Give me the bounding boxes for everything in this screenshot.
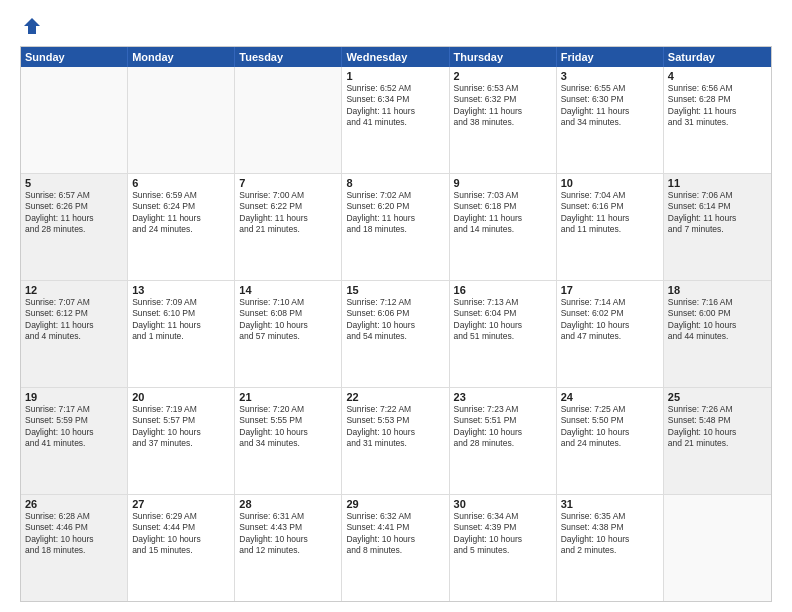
day-number: 23 [454,391,552,403]
calendar-cell-empty [128,67,235,173]
page: SundayMondayTuesdayWednesdayThursdayFrid… [0,0,792,612]
day-number: 22 [346,391,444,403]
cell-info: Sunrise: 6:34 AM Sunset: 4:39 PM Dayligh… [454,511,552,557]
calendar-cell-empty [21,67,128,173]
calendar-row-1: 5Sunrise: 6:57 AM Sunset: 6:26 PM Daylig… [21,173,771,280]
cell-info: Sunrise: 7:09 AM Sunset: 6:10 PM Dayligh… [132,297,230,343]
header-day-saturday: Saturday [664,47,771,67]
header-day-thursday: Thursday [450,47,557,67]
calendar-cell-12: 12Sunrise: 7:07 AM Sunset: 6:12 PM Dayli… [21,281,128,387]
day-number: 11 [668,177,767,189]
svg-marker-0 [24,18,40,34]
day-number: 1 [346,70,444,82]
day-number: 6 [132,177,230,189]
calendar-cell-29: 29Sunrise: 6:32 AM Sunset: 4:41 PM Dayli… [342,495,449,601]
calendar-cell-22: 22Sunrise: 7:22 AM Sunset: 5:53 PM Dayli… [342,388,449,494]
cell-info: Sunrise: 7:06 AM Sunset: 6:14 PM Dayligh… [668,190,767,236]
calendar-cell-15: 15Sunrise: 7:12 AM Sunset: 6:06 PM Dayli… [342,281,449,387]
cell-info: Sunrise: 6:53 AM Sunset: 6:32 PM Dayligh… [454,83,552,129]
calendar-cell-7: 7Sunrise: 7:00 AM Sunset: 6:22 PM Daylig… [235,174,342,280]
day-number: 27 [132,498,230,510]
cell-info: Sunrise: 7:14 AM Sunset: 6:02 PM Dayligh… [561,297,659,343]
calendar-cell-empty [664,495,771,601]
day-number: 5 [25,177,123,189]
day-number: 4 [668,70,767,82]
calendar-cell-31: 31Sunrise: 6:35 AM Sunset: 4:38 PM Dayli… [557,495,664,601]
cell-info: Sunrise: 6:29 AM Sunset: 4:44 PM Dayligh… [132,511,230,557]
calendar-row-4: 26Sunrise: 6:28 AM Sunset: 4:46 PM Dayli… [21,494,771,601]
cell-info: Sunrise: 6:28 AM Sunset: 4:46 PM Dayligh… [25,511,123,557]
day-number: 28 [239,498,337,510]
calendar-cell-23: 23Sunrise: 7:23 AM Sunset: 5:51 PM Dayli… [450,388,557,494]
calendar-cell-4: 4Sunrise: 6:56 AM Sunset: 6:28 PM Daylig… [664,67,771,173]
cell-info: Sunrise: 7:00 AM Sunset: 6:22 PM Dayligh… [239,190,337,236]
day-number: 12 [25,284,123,296]
header [20,16,772,36]
logo-icon [22,16,42,36]
cell-info: Sunrise: 6:56 AM Sunset: 6:28 PM Dayligh… [668,83,767,129]
calendar-cell-17: 17Sunrise: 7:14 AM Sunset: 6:02 PM Dayli… [557,281,664,387]
cell-info: Sunrise: 7:20 AM Sunset: 5:55 PM Dayligh… [239,404,337,450]
calendar-row-2: 12Sunrise: 7:07 AM Sunset: 6:12 PM Dayli… [21,280,771,387]
cell-info: Sunrise: 6:31 AM Sunset: 4:43 PM Dayligh… [239,511,337,557]
cell-info: Sunrise: 7:03 AM Sunset: 6:18 PM Dayligh… [454,190,552,236]
day-number: 14 [239,284,337,296]
calendar-cell-2: 2Sunrise: 6:53 AM Sunset: 6:32 PM Daylig… [450,67,557,173]
calendar-cell-16: 16Sunrise: 7:13 AM Sunset: 6:04 PM Dayli… [450,281,557,387]
calendar-cell-25: 25Sunrise: 7:26 AM Sunset: 5:48 PM Dayli… [664,388,771,494]
cell-info: Sunrise: 6:57 AM Sunset: 6:26 PM Dayligh… [25,190,123,236]
cell-info: Sunrise: 7:10 AM Sunset: 6:08 PM Dayligh… [239,297,337,343]
cell-info: Sunrise: 7:26 AM Sunset: 5:48 PM Dayligh… [668,404,767,450]
calendar-cell-10: 10Sunrise: 7:04 AM Sunset: 6:16 PM Dayli… [557,174,664,280]
day-number: 13 [132,284,230,296]
calendar-cell-13: 13Sunrise: 7:09 AM Sunset: 6:10 PM Dayli… [128,281,235,387]
calendar-cell-6: 6Sunrise: 6:59 AM Sunset: 6:24 PM Daylig… [128,174,235,280]
cell-info: Sunrise: 7:13 AM Sunset: 6:04 PM Dayligh… [454,297,552,343]
day-number: 31 [561,498,659,510]
calendar-cell-3: 3Sunrise: 6:55 AM Sunset: 6:30 PM Daylig… [557,67,664,173]
cell-info: Sunrise: 6:55 AM Sunset: 6:30 PM Dayligh… [561,83,659,129]
day-number: 3 [561,70,659,82]
cell-info: Sunrise: 7:23 AM Sunset: 5:51 PM Dayligh… [454,404,552,450]
day-number: 2 [454,70,552,82]
calendar-cell-27: 27Sunrise: 6:29 AM Sunset: 4:44 PM Dayli… [128,495,235,601]
day-number: 9 [454,177,552,189]
day-number: 25 [668,391,767,403]
cell-info: Sunrise: 7:19 AM Sunset: 5:57 PM Dayligh… [132,404,230,450]
calendar-cell-8: 8Sunrise: 7:02 AM Sunset: 6:20 PM Daylig… [342,174,449,280]
header-day-tuesday: Tuesday [235,47,342,67]
calendar-cell-18: 18Sunrise: 7:16 AM Sunset: 6:00 PM Dayli… [664,281,771,387]
day-number: 21 [239,391,337,403]
cell-info: Sunrise: 7:07 AM Sunset: 6:12 PM Dayligh… [25,297,123,343]
calendar-cell-11: 11Sunrise: 7:06 AM Sunset: 6:14 PM Dayli… [664,174,771,280]
calendar-row-3: 19Sunrise: 7:17 AM Sunset: 5:59 PM Dayli… [21,387,771,494]
calendar-cell-26: 26Sunrise: 6:28 AM Sunset: 4:46 PM Dayli… [21,495,128,601]
day-number: 19 [25,391,123,403]
calendar-cell-5: 5Sunrise: 6:57 AM Sunset: 6:26 PM Daylig… [21,174,128,280]
logo [20,16,42,36]
cell-info: Sunrise: 7:16 AM Sunset: 6:00 PM Dayligh… [668,297,767,343]
day-number: 18 [668,284,767,296]
cell-info: Sunrise: 7:25 AM Sunset: 5:50 PM Dayligh… [561,404,659,450]
cell-info: Sunrise: 6:52 AM Sunset: 6:34 PM Dayligh… [346,83,444,129]
header-day-sunday: Sunday [21,47,128,67]
calendar-cell-20: 20Sunrise: 7:19 AM Sunset: 5:57 PM Dayli… [128,388,235,494]
calendar-row-0: 1Sunrise: 6:52 AM Sunset: 6:34 PM Daylig… [21,67,771,173]
cell-info: Sunrise: 6:59 AM Sunset: 6:24 PM Dayligh… [132,190,230,236]
calendar-cell-30: 30Sunrise: 6:34 AM Sunset: 4:39 PM Dayli… [450,495,557,601]
day-number: 24 [561,391,659,403]
day-number: 20 [132,391,230,403]
calendar-cell-24: 24Sunrise: 7:25 AM Sunset: 5:50 PM Dayli… [557,388,664,494]
cell-info: Sunrise: 7:17 AM Sunset: 5:59 PM Dayligh… [25,404,123,450]
day-number: 10 [561,177,659,189]
calendar-body: 1Sunrise: 6:52 AM Sunset: 6:34 PM Daylig… [21,67,771,601]
calendar-cell-9: 9Sunrise: 7:03 AM Sunset: 6:18 PM Daylig… [450,174,557,280]
header-day-monday: Monday [128,47,235,67]
day-number: 8 [346,177,444,189]
header-day-wednesday: Wednesday [342,47,449,67]
calendar-cell-1: 1Sunrise: 6:52 AM Sunset: 6:34 PM Daylig… [342,67,449,173]
day-number: 17 [561,284,659,296]
day-number: 30 [454,498,552,510]
day-number: 16 [454,284,552,296]
day-number: 29 [346,498,444,510]
